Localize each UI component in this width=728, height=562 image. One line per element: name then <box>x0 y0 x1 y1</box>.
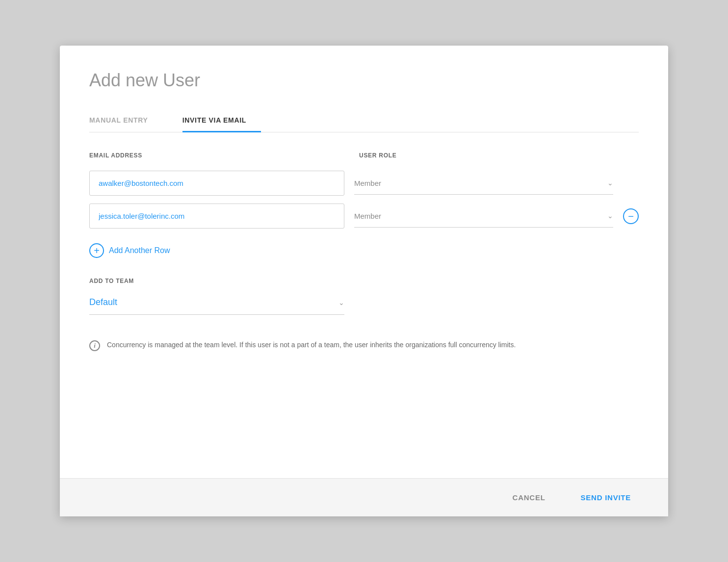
add-to-team-section: ADD TO TEAM Default ⌄ <box>89 278 639 315</box>
add-another-row-label: Add Another Row <box>109 246 170 255</box>
invite-row-1: Member ⌄ <box>89 171 639 196</box>
email-column-header: EMAIL ADDRESS <box>89 152 344 165</box>
tab-manual-entry[interactable]: MANUAL ENTRY <box>89 110 163 132</box>
chevron-down-icon-team: ⌄ <box>338 299 344 307</box>
email-input-2[interactable] <box>89 204 344 229</box>
send-invite-button[interactable]: SEND INVITE <box>573 488 639 507</box>
chevron-down-icon-1: ⌄ <box>607 179 613 187</box>
tab-invite-via-email[interactable]: INVITE VIA EMAIL <box>182 110 261 132</box>
remove-row-button[interactable]: − <box>623 208 639 224</box>
add-to-team-label: ADD TO TEAM <box>89 278 639 284</box>
cancel-button[interactable]: CANCEL <box>505 488 553 507</box>
email-input-1[interactable] <box>89 171 344 196</box>
modal-footer: CANCEL SEND INVITE <box>60 478 668 516</box>
remove-placeholder-1 <box>623 176 639 191</box>
column-headers: EMAIL ADDRESS USER ROLE <box>89 152 639 165</box>
invite-row-2: Member ⌄ − <box>89 204 639 229</box>
role-label: USER ROLE <box>359 152 639 159</box>
chevron-down-icon-2: ⌄ <box>607 212 613 220</box>
add-another-row-button[interactable]: + Add Another Row <box>89 243 170 258</box>
role-column-header: USER ROLE <box>359 152 639 165</box>
add-row-icon: + <box>89 243 104 258</box>
info-text: Concurrency is managed at the team level… <box>107 339 516 350</box>
role-value-2: Member <box>354 212 381 220</box>
role-select-1[interactable]: Member ⌄ <box>354 172 613 195</box>
modal-body: Add new User MANUAL ENTRY INVITE VIA EMA… <box>60 46 668 478</box>
plus-icon: + <box>94 246 100 255</box>
team-value: Default <box>89 297 117 307</box>
email-label: EMAIL ADDRESS <box>89 152 344 159</box>
add-user-modal: Add new User MANUAL ENTRY INVITE VIA EMA… <box>60 46 668 516</box>
role-value-1: Member <box>354 179 381 187</box>
tabs-container: MANUAL ENTRY INVITE VIA EMAIL <box>89 110 639 132</box>
team-select[interactable]: Default ⌄ <box>89 290 344 315</box>
minus-icon: − <box>628 211 634 221</box>
info-section: i Concurrency is managed at the team lev… <box>89 339 639 366</box>
info-icon: i <box>89 340 100 351</box>
page-title: Add new User <box>89 70 639 91</box>
email-role-section: EMAIL ADDRESS USER ROLE Member ⌄ Me <box>89 152 639 229</box>
role-select-2[interactable]: Member ⌄ <box>354 205 613 228</box>
